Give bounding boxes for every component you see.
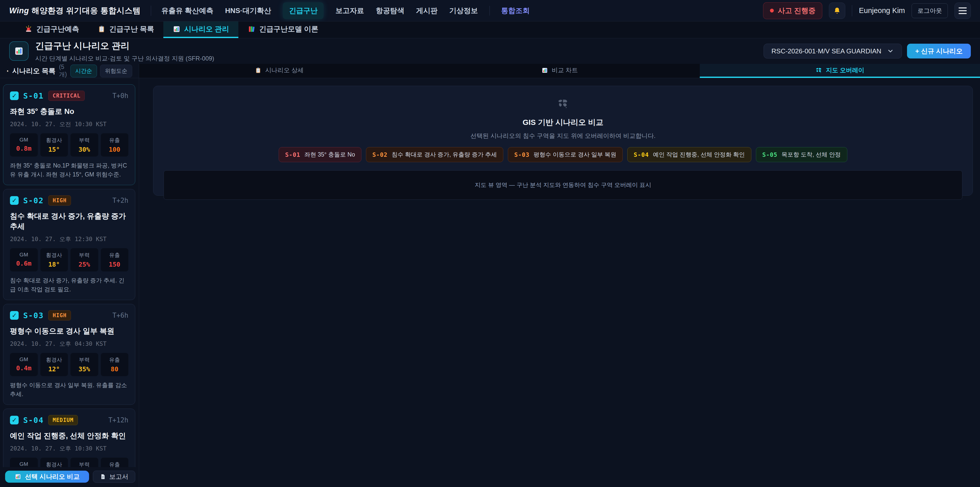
scenario-chip[interactable]: S-02 침수 확대로 경사 증가, 유출량 증가 추세 — [366, 147, 503, 162]
metric-box: 부력 30% — [70, 133, 98, 156]
tab-compare-chart[interactable]: 비교 차트 — [419, 64, 700, 78]
metric-label: GM — [11, 137, 37, 143]
scenario-chip[interactable]: S-03 평형수 이동으로 경사 일부 복원 — [508, 147, 623, 162]
subtab-rescue-forecast[interactable]: 긴급구난예측 — [15, 21, 88, 38]
metric-box: 횡경사 18° — [40, 248, 68, 271]
content-area: 시나리오 목록 (5개) 시간순 위험도순 ✓ S-01 CRITICAL T+… — [0, 64, 980, 487]
metric-box: 유출 150 — [101, 248, 129, 271]
time-offset: T+12h — [108, 416, 128, 424]
scenario-chips: S-01 좌현 35° 충돌로 No S-02 침수 확대로 경사 증가, 유출… — [153, 147, 973, 162]
metric-label: 유출 — [102, 356, 127, 363]
clipboard-icon — [255, 67, 262, 74]
scenario-card[interactable]: ✓ S-01 CRITICAL T+0h 좌현 35° 충돌로 No 2024.… — [3, 84, 135, 185]
metric-value: 0.6m — [11, 260, 37, 267]
worldmap-icon — [815, 67, 822, 74]
main-body: GIS 기반 시나리오 비교 선택된 시나리오의 침수 구역을 지도 위에 오버… — [139, 78, 980, 487]
metric-value: 0.8m — [11, 145, 37, 152]
case-select[interactable]: RSC-2026-001·M/V SEA GUARDIAN — [764, 44, 902, 59]
metric-box: 유출 30 — [101, 458, 129, 467]
scenario-description: 좌현 35° 충돌로 No.1P 화물탱크 파공, 벙커C유 유출 개시. 좌현… — [10, 161, 128, 179]
notification-bell-button[interactable] — [829, 3, 845, 19]
nav-item-reports[interactable]: 보고자료 — [335, 6, 364, 16]
metric-value: 150 — [102, 261, 127, 268]
nav-item-rescue[interactable]: 긴급구난 — [283, 2, 324, 19]
metric-box: 부력 50% — [70, 458, 98, 467]
time-offset: T+6h — [112, 311, 128, 319]
sort-by-risk-button[interactable]: 위험도순 — [100, 65, 132, 77]
metric-label: 부력 — [72, 461, 97, 467]
user-name: Eunjeong Kim — [859, 6, 905, 15]
books-icon — [248, 25, 256, 33]
scenario-count: (5개) — [59, 64, 67, 78]
chip-label: 목포항 도착, 선체 안정 — [781, 151, 841, 158]
metric-value: 100 — [102, 146, 127, 153]
main-view-tabs: 시나리오 상세 비교 차트 지도 오버레이 — [139, 64, 980, 78]
scenario-chip[interactable]: S-05 목포항 도착, 선체 안정 — [756, 147, 847, 162]
metric-label: 유출 — [102, 252, 127, 259]
page-header: 긴급구난 시나리오 관리 시간 단계별 시나리오 비교·검토 및 구난 의사결정… — [0, 38, 980, 64]
metric-value: 25% — [72, 261, 97, 268]
nav-item-board[interactable]: 게시판 — [416, 6, 438, 16]
app-logo: Wing해양환경 위기대응 통합시스템 — [9, 5, 141, 16]
scenario-checkbox[interactable]: ✓ — [10, 311, 19, 320]
compare-scenarios-button[interactable]: 선택 시나리오 비교 — [5, 471, 89, 483]
metric-value: 18° — [41, 261, 67, 268]
scenario-card-list: ✓ S-01 CRITICAL T+0h 좌현 35° 충돌로 No 2024.… — [0, 78, 139, 467]
alert-dot-icon — [770, 9, 774, 13]
time-offset: T+2h — [112, 196, 128, 204]
scenario-card[interactable]: ✓ S-03 HIGH T+6h 평형수 이동으로 경사 일부 복원 2024.… — [3, 304, 135, 405]
case-select-value: RSC-2026-001·M/V SEA GUARDIAN — [772, 47, 881, 55]
nav-menu: 유출유 확산예측 HNS·대기확산 긴급구난 보고자료 항공탐색 게시판 기상정… — [161, 2, 530, 19]
subtab-scenario-management[interactable]: 시나리오 관리 — [163, 21, 239, 38]
scenario-checkbox[interactable]: ✓ — [10, 416, 19, 425]
barchart-icon — [14, 46, 24, 56]
metric-box: 부력 25% — [70, 248, 98, 271]
sort-by-time-button[interactable]: 시간순 — [70, 65, 97, 77]
metric-box: GM 0.6m — [10, 248, 38, 271]
chip-id: S-05 — [762, 152, 777, 158]
tab-scenario-detail[interactable]: 시나리오 상세 — [139, 64, 419, 78]
app-logo-text: 해양환경 위기대응 통합시스템 — [32, 6, 141, 15]
menu-button[interactable] — [955, 3, 971, 19]
top-navbar: Wing해양환경 위기대응 통합시스템 유출유 확산예측 HNS·대기확산 긴급… — [0, 0, 980, 21]
metric-value: 0.4m — [11, 364, 37, 372]
chip-label: 침수 확대로 경사 증가, 유출량 증가 추세 — [391, 151, 497, 158]
metric-box: GM 0.6m — [10, 458, 38, 467]
scenario-datetime: 2024. 10. 27. 오후 04:30 KST — [10, 340, 128, 348]
scenario-chip[interactable]: S-01 좌현 35° 충돌로 No — [279, 147, 361, 162]
tab-map-overlay[interactable]: 지도 오버레이 — [700, 64, 980, 78]
metric-value: 80 — [102, 366, 127, 373]
report-button[interactable]: 보고서 — [93, 471, 135, 483]
scenario-id: S-02 — [23, 196, 44, 205]
metric-box: 횡경사 8° — [40, 458, 68, 467]
nav-item-aerial-search[interactable]: 항공탐색 — [375, 6, 404, 16]
scenario-card[interactable]: ✓ S-04 MEDIUM T+12h 예인 작업 진행중, 선체 안정화 확인… — [3, 409, 135, 467]
logout-button[interactable]: 로그아웃 — [912, 3, 948, 18]
subtab-label: 긴급구난 목록 — [109, 24, 154, 34]
nav-item-hns[interactable]: HNS·대기확산 — [225, 6, 271, 16]
severity-badge: HIGH — [48, 310, 71, 321]
scenario-datetime: 2024. 10. 27. 오전 10:30 KST — [10, 120, 128, 128]
subtab-rescue-list[interactable]: 긴급구난 목록 — [88, 21, 163, 38]
scenario-checkbox[interactable]: ✓ — [10, 196, 19, 205]
chip-id: S-01 — [285, 152, 300, 158]
metric-label: GM — [11, 461, 37, 467]
nav-item-weather[interactable]: 기상정보 — [449, 6, 478, 16]
incident-status-label: 사고 진행중 — [778, 6, 816, 16]
new-scenario-button[interactable]: + 신규 시나리오 — [907, 44, 971, 59]
nav-item-oil-spill[interactable]: 유출유 확산예측 — [161, 6, 213, 16]
scenario-chip[interactable]: S-04 예인 작업 진행중, 선체 안정화 확인 — [627, 147, 751, 162]
metric-value: 35% — [72, 366, 97, 373]
scenario-list-header: 시나리오 목록 (5개) 시간순 위험도순 — [0, 64, 139, 78]
metric-label: 횡경사 — [41, 461, 67, 467]
scenario-datetime: 2024. 10. 27. 오후 10:30 KST — [10, 445, 128, 452]
compare-button-label: 선택 시나리오 비교 — [25, 473, 80, 481]
chip-id: S-04 — [634, 152, 649, 158]
page-subtitle: 시간 단계별 시나리오 비교·검토 및 구난 의사결정 지원 (SFR-009) — [35, 54, 214, 62]
scenario-title: 평형수 이동으로 경사 일부 복원 — [10, 326, 128, 336]
scenario-card[interactable]: ✓ S-02 HIGH T+2h 침수 확대로 경사 증가, 유출량 증가 추세… — [3, 189, 135, 300]
scenario-checkbox[interactable]: ✓ — [10, 91, 19, 100]
subtab-model-theory[interactable]: 긴급구난모델 이론 — [239, 21, 328, 38]
nav-item-integrated-search[interactable]: 통합조회 — [490, 6, 530, 16]
scenario-id: S-04 — [23, 416, 44, 425]
